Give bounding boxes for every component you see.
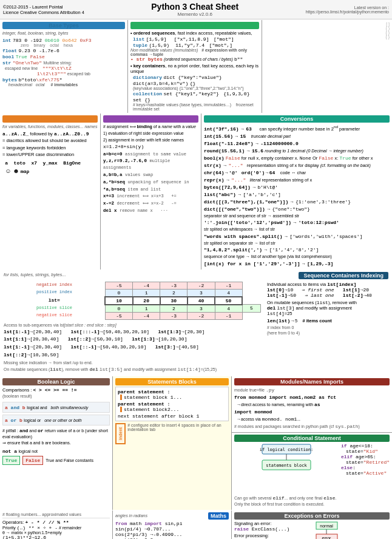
var-ex7: x+=3 increment ⟺ x=x+3 += [103,193,198,200]
base-types-subtitle: integer, float, boolean, string, bytes [2,30,125,36]
exceptions-diagram: normal error stop [313,521,390,539]
maths-header: angles in radians Maths [115,512,229,520]
svg-text:if logical condition:: if logical condition: [260,447,314,452]
boolean-section: Boolean Logic Comparisons : < > <= >= ==… [0,376,112,510]
operators-content: Operators: + - * / // % ** Priority (…) … [2,520,110,539]
exceptions-content: Signaling an error: raise ExcClass(...) … [234,521,390,539]
type-bool: bool True False [2,53,125,59]
var-rule1: # assignment ⟺ binding of a name with a … [103,124,198,130]
variables-section: Variables assignment # assignment ⟺ bind… [101,114,201,270]
bytes-ordered: • str bytes (ordered sequences of chars … [130,56,259,62]
maths-title: Maths [208,512,229,520]
statements-section: Statements Blocks parent statement : sta… [113,376,231,510]
svg-text:statements block: statements block [266,463,307,468]
container-types-title: Container Types [130,22,259,29]
var-ex8: x-=2 decrement ⟺ x=x-2 -= [103,200,198,207]
list-row: list [1,5,9] ["x",11,8.9] ["mot"] [133,36,259,42]
svg-text:error: error [322,536,331,539]
bytes-detail: hexadecimal octal # immutables [2,83,125,87]
indexing-access: Individual access to items via lst[index… [267,282,388,374]
type-bytes: bytes b"toto\xfe\775" [2,76,125,83]
true-false-constants: True False True and False constants [2,456,110,465]
var-ex2: a=b=c=0 assignment to same value [103,151,198,158]
container-types-section: Container Types • ordered sequences, fas… [128,20,262,113]
and-op: a and b logical and both simultaneously [2,402,110,413]
stmt-block-demo: parent statement : statement block 1... … [115,387,229,421]
id-examples: a toto x7 y_max BigOne [2,160,98,167]
conditional-content: if logical condition: statements block C… [234,443,390,508]
id-rule1: a..zA..Z_ followed by a..zA..Z0..9 [2,131,98,138]
tuple-row: tuple (1,5,9) 11,"y",7.4 ["mot",] [133,42,259,48]
conversions-content: int("3f",16) → 63 can specify integer nu… [204,124,390,268]
var-ex5: a,*b=seq unpacking of sequence in [103,179,198,186]
index-table-area: negative index -5 -4 -3 -2 -1 positive i… [4,282,388,374]
modules-section: Modules/Names Imports module true=file .… [232,376,392,432]
str-detail: escaped new line """X\tY\tZ 1\t2\t3""" e… [5,66,125,76]
conditional-title: Conditional Statement [234,435,390,442]
cond-note: Can go with several elif... and only one… [234,495,339,507]
indexing-note: for lists, tuples, strings, bytes... [4,272,66,277]
var-ex9: del x remove name x ··· [103,208,198,214]
statements-title: Statements Blocks [115,378,229,385]
type-float: float 9.23 0 -1.7e-6 [2,47,125,53]
boolean-title: Boolean Logic [2,378,110,385]
var-ex6: *a,b=seq item and list [103,186,198,193]
modules-title: Modules/Names Imports [234,378,390,385]
identifiers-section: Identifiers for variables, functions, mo… [0,114,100,270]
indent-visual: indent [115,423,126,444]
right-col: Modules/Names Imports module true=file .… [232,376,392,510]
var-ex3: y,z,r=9.2,-7.6,0 multiple assignments [103,158,198,171]
slice-examples: Access to sub-sequences via lst[start sl… [4,322,261,374]
immutable-note: Non modifiable values (immutables) # exp… [130,48,259,56]
id-rule4: = lower/UPPER case discrimination [2,152,98,158]
header-left: ©2012-2015 - Laurent Pointal Licence Cre… [3,4,84,15]
identifiers-title: Identifiers [2,115,98,123]
header: ©2012-2015 - Laurent Pointal Licence Cre… [0,0,392,19]
indexing-title: Sequence Containers Indexing [299,272,388,279]
stmt-indentation: indent # configure editor to insert 4 sp… [115,423,229,444]
svg-text:normal: normal [320,524,333,528]
maths-section: angles in radians Maths from math import… [113,510,231,539]
variables-title: Variables assignment [103,115,198,123]
header-right: Latest version on : https://perso.limsi.… [306,5,389,14]
base-types-title: Base Types [2,22,125,29]
int-bases: zero binary octal hexa [21,43,125,47]
negative-index-row: negative index -5 -4 -3 -2 -1 positive i… [4,282,261,320]
dict-note: • key containers, no a priori order, fas… [130,63,259,74]
exceptions-section: Exceptions on Errors Signaling an error:… [232,510,392,539]
exceptions-title: Exceptions on Errors [234,512,390,520]
maths-content: from math import sin,pi sin(pi/4) →0.707… [115,521,229,539]
var-rule3: 2) assignment in order with left side na… [103,137,198,143]
operators-note: # floating numbers... approximated value… [2,512,110,518]
container-ordered: • ordered sequences, fast index access, … [130,30,259,36]
or-op: a or b logical or one or other or both [2,415,110,425]
type-str: str "One\nTwo" Multiline string: [2,59,125,66]
set-row: collection set {"key1","key2"} {1,9,3,0}… [133,90,259,103]
cond-example: if age<=18: state="Kid" elif age>65: sta… [341,443,390,508]
base-types-section: Base Types integer, float, boolean, stri… [0,20,127,113]
bool-pitfall: # pitfall : and and or return value of a… [2,427,110,446]
indexing-section: for lists, tuples, strings, bytes... Seq… [0,270,392,376]
conditional-section: Conditional Statement if logical conditi… [232,433,392,510]
bool-comparisons: Comparisons : < > <= >= == != (boolean r… [2,387,110,400]
bracket-decoration: [ ]( ){ }{ } [265,22,390,39]
id-rule2: = diacritics allowed but should be avoid… [2,138,98,144]
indent-note: # configure editor to insert 4 spaces in… [127,423,229,432]
type-int: int 783 0 -192 0b010 0o642 0xF3 [2,37,125,43]
dict-sub: (key/value associations) {1:"one",3:"thr… [133,86,259,90]
identifiers-subtitle: for variables, functions, modules, class… [2,124,98,130]
page: ©2012-2015 - Laurent Pointal Licence Cre… [0,0,392,539]
id-rule3: = language keywords forbidden [2,145,98,152]
if-diagram: if logical condition: statements block [234,443,339,493]
conversions-title: Conversions [204,115,390,123]
container-types-extra: [ ]( ){ }{ } [262,20,392,113]
operators-section: # floating numbers... approximated value… [0,510,112,539]
not-op: not a logical not [2,448,110,454]
modules-content: module true=file .py from monmod import … [234,387,390,430]
id-special: ☺ ☻ mαρ [2,167,98,175]
var-rule2: 1) evaluation of right side expression v… [103,131,198,137]
var-ex4: a,b=b,a values swap [103,172,198,178]
set-sub: # keys=hashable values (base types, immu… [133,103,259,111]
conversions-section: Conversions int("3f",16) → 63 can specif… [201,114,392,270]
dict-row: dictionary dict {"key":"value"} dict(a=3… [133,74,259,86]
